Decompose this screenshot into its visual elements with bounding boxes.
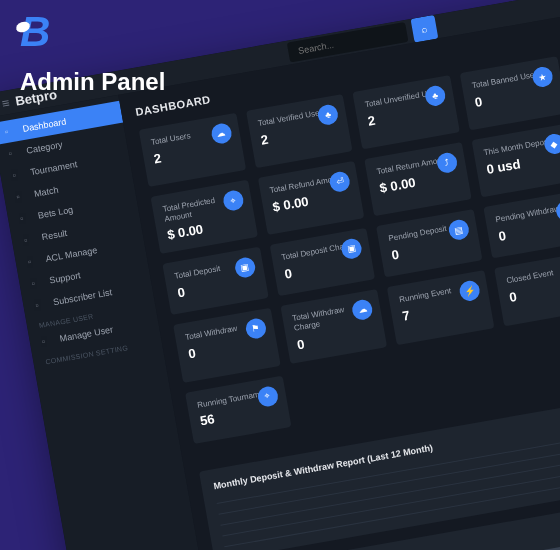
menu-icon[interactable]: ≡ [1,95,11,111]
stat-card[interactable]: Total Deposit Charge0▣ [269,228,375,296]
stat-card[interactable]: Running Tournament56⌖ [185,375,291,443]
search-icon: ⌕ [420,23,428,35]
stat-card[interactable]: Total Deposit0▣ [162,247,268,315]
page-title: Admin Panel [20,68,165,96]
stat-card[interactable]: Total Unverified Users2♣ [353,75,460,149]
stat-card[interactable]: Total Withdraw0⚑ [173,308,280,382]
stat-card[interactable]: Pending Deposit0▤ [376,209,482,277]
stat-card[interactable]: Total Banned Users0★ [460,56,560,130]
nav-icon: ▫ [41,335,53,347]
main-content: DASHBOARD Total Users2☁Total Verified Us… [118,0,560,550]
brand-logo: B [20,8,165,56]
nav-icon: ▫ [8,147,20,159]
stat-card[interactable]: Running Event7⚡ [387,270,494,344]
stat-card[interactable]: This Month Deposit0 usd◆ [472,123,560,197]
stat-card[interactable]: Total Users2☁ [139,113,246,187]
nav-icon: ▫ [16,190,28,202]
nav-icon: ▫ [19,212,31,224]
nav-icon: ▫ [27,255,39,267]
stat-card[interactable]: Total Refund Amount$ 0.00⏎ [258,161,365,235]
nav-icon: ▫ [12,169,24,181]
nav-icon: ▫ [31,277,43,289]
stat-card[interactable]: Total Withdraw Charge0☁ [280,289,387,363]
nav-icon: ▫ [23,234,35,246]
stat-card[interactable]: Total Verified Users2♣ [246,94,353,168]
stat-card[interactable]: Closed Event0✓ [494,252,560,326]
stat-card[interactable]: Total Return Amount$ 0.00⤴ [365,142,472,216]
nav-icon: ▫ [4,125,16,137]
nav-icon: ▫ [35,299,47,311]
stat-card[interactable]: Total Predicted Amount$ 0.00⌖ [151,180,258,254]
stat-card[interactable]: Pending Withdrawals0✂ [483,190,560,258]
